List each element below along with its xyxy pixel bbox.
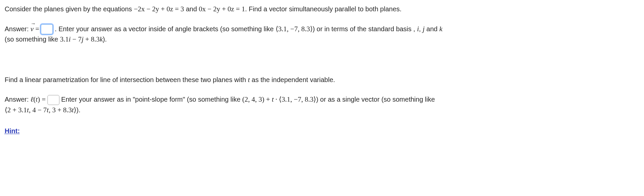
q1-mid: and	[184, 5, 199, 13]
hint-link[interactable]: Hint:	[5, 127, 20, 135]
q1-vec-v: v	[31, 24, 34, 35]
q2-eq-sign: =	[40, 95, 47, 103]
q2-instr-a: Enter your answer as in "point-slope for…	[61, 96, 242, 103]
question-1-prompt: Consider the planes given by the equatio…	[5, 4, 639, 15]
q1-eq2: 0x − 2y + 0z = 1	[199, 5, 245, 13]
q2-answer-input[interactable]	[47, 95, 59, 105]
question-2-prompt: Find a linear parametrization for line o…	[5, 75, 639, 85]
q1-instr-c: and	[425, 25, 439, 33]
q2-text-b: as the independent variable.	[250, 76, 335, 83]
q1-text-b: . Find a vector simultaneously parallel …	[245, 5, 401, 13]
q1-eq1: −2x − 2y + 0z = 3	[134, 5, 184, 13]
q1-instr-d: (so something like	[5, 36, 60, 43]
q2-instr-c: ).	[76, 106, 80, 114]
q1-answer-block: Answer: v = . Enter your answer as a vec…	[5, 24, 639, 45]
q1-instr-e: ).	[103, 36, 107, 43]
q2-text-a: Find a linear parametrization for line o…	[5, 76, 248, 83]
q2-example-ps: (2, 4, 3) + t · ⟨3.1, −7, 8.3⟩	[242, 95, 316, 103]
q2-answer-label: Answer:	[5, 96, 31, 103]
q1-answer-input[interactable]	[41, 24, 53, 34]
q2-instr-b: ) or as a single vector (so something li…	[316, 96, 435, 103]
q1-instr-b: ) or in terms of the standard basis ,	[313, 25, 417, 33]
q1-answer-label: Answer:	[5, 25, 31, 33]
q1-instr-a: . Enter your answer as a vector inside o…	[55, 25, 276, 33]
q1-example-vec: ⟨3.1, −7, 8.3⟩	[276, 25, 313, 33]
q1-text-a: Consider the planes given by the equatio…	[5, 5, 134, 13]
q2-ell-t: ℓ(t)	[31, 95, 40, 103]
q1-example-ijk: 3.1i − 7j + 8.3k	[60, 35, 103, 43]
hint-block: Hint:	[5, 126, 639, 136]
q2-answer-block: Answer: ℓ(t) = Enter your answer as in "…	[5, 94, 639, 115]
q1-basis-k: k	[440, 25, 443, 33]
q2-example-single: ⟨2 + 3.1t, 4 − 7t, 3 + 8.3t⟩	[5, 106, 76, 114]
q1-sep1: ,	[419, 25, 423, 33]
